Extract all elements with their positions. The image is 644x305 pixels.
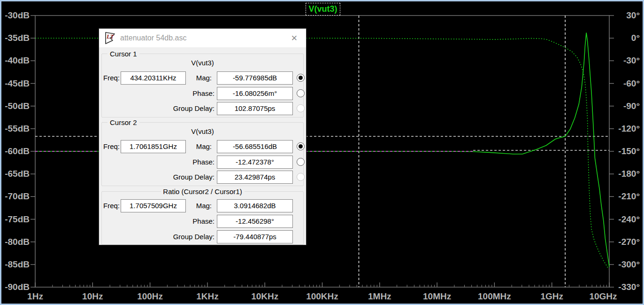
right-axis-label: -30° bbox=[623, 55, 640, 65]
left-axis-label: -80dB bbox=[5, 237, 30, 247]
x-axis-label: 100MHz bbox=[478, 291, 511, 301]
right-axis-label: -180° bbox=[618, 169, 640, 179]
x-axis-label: 10Hz bbox=[82, 291, 103, 301]
x-axis-label: 100Hz bbox=[137, 291, 163, 301]
dialog-titlebar[interactable]: LT attenuator 54db.asc ✕ bbox=[99, 29, 306, 48]
freq-label: Freq: bbox=[103, 199, 120, 212]
cursor2-group: Cursor 2 V(vut3) Freq: 1.7061851GHz Mag:… bbox=[101, 122, 304, 186]
cursor1-group-delay-field[interactable]: 102.87075ps bbox=[217, 102, 293, 115]
mag-label: Mag: bbox=[172, 140, 212, 153]
right-axis-label: -90° bbox=[623, 101, 640, 111]
x-axis-label: 10KHz bbox=[251, 291, 278, 301]
cursor-dialog: LT attenuator 54db.asc ✕ Cursor 1 V(vut3… bbox=[99, 28, 307, 245]
left-axis-label: -30dB bbox=[5, 10, 30, 20]
right-axis-label: -150° bbox=[618, 146, 640, 156]
x-axis-label: 1Hz bbox=[27, 291, 43, 301]
ratio-mag-field[interactable]: 3.0914682dB bbox=[217, 199, 293, 212]
left-axis-label: -50dB bbox=[5, 101, 30, 111]
left-axis-label: -75dB bbox=[5, 214, 30, 224]
mag-label: Mag: bbox=[172, 199, 212, 212]
close-icon[interactable]: ✕ bbox=[287, 32, 301, 44]
left-axis-label: -90dB bbox=[5, 282, 30, 292]
mag-label: Mag: bbox=[172, 71, 212, 85]
right-axis-label: 30° bbox=[626, 10, 640, 20]
svg-text:LT: LT bbox=[106, 33, 115, 40]
ratio-group: Ratio (Cursor2 / Cursor1) Freq: 1.705750… bbox=[101, 191, 304, 245]
cursor1-legend: Cursor 1 bbox=[107, 50, 139, 58]
ratio-group-delay-field[interactable]: -79.440877ps bbox=[217, 230, 293, 243]
right-axis-label: -60° bbox=[623, 78, 640, 88]
cursor2-mag-radio[interactable] bbox=[297, 142, 305, 150]
group-delay-label: Group Delay: bbox=[146, 230, 215, 243]
cursor2-signal: V(vut3) bbox=[102, 127, 303, 135]
ratio-phase-field[interactable]: -12.456298° bbox=[217, 215, 293, 228]
ltspice-logo-icon: LT bbox=[104, 31, 116, 45]
phase-label: Phase: bbox=[146, 156, 215, 169]
group-delay-label: Group Delay: bbox=[146, 171, 215, 184]
right-axis-label: -270° bbox=[618, 237, 640, 247]
cursor2-group-delay-radio[interactable] bbox=[297, 173, 305, 181]
x-axis-label: 10MHz bbox=[423, 291, 451, 301]
cursor2-legend: Cursor 2 bbox=[107, 118, 139, 126]
right-axis-label: -240° bbox=[618, 214, 640, 224]
cursor1-signal: V(vut3) bbox=[102, 59, 303, 67]
left-axis-label: -70dB bbox=[5, 191, 30, 201]
right-axis-label: 0° bbox=[631, 33, 640, 43]
cursor2-mag-field[interactable]: -56.685516dB bbox=[217, 140, 293, 153]
left-axis-label: -65dB bbox=[5, 169, 30, 179]
dialog-title: attenuator 54db.asc bbox=[120, 34, 287, 42]
x-axis-label: 1MHz bbox=[368, 291, 391, 301]
x-axis-label: 100KHz bbox=[306, 291, 338, 301]
x-axis-label: 1GHz bbox=[540, 291, 563, 301]
freq-label: Freq: bbox=[103, 140, 120, 153]
right-axis-label: -330° bbox=[618, 282, 640, 292]
left-axis-label: -45dB bbox=[5, 78, 30, 88]
cursor1-group-delay-radio[interactable] bbox=[297, 104, 305, 112]
left-axis-label: -40dB bbox=[5, 55, 30, 65]
phase-label: Phase: bbox=[146, 215, 215, 228]
cursor1-mag-radio[interactable] bbox=[297, 74, 305, 82]
group-delay-label: Group Delay: bbox=[146, 102, 215, 115]
right-axis-label: -210° bbox=[618, 191, 640, 201]
cursor1-phase-radio[interactable] bbox=[297, 89, 305, 97]
cursor2-group-delay-field[interactable]: 23.429874ps bbox=[217, 171, 293, 184]
phase-label: Phase: bbox=[146, 87, 215, 100]
waveform-plot[interactable]: -30dB-35dB-40dB-45dB-50dB-55dB-60dB-65dB… bbox=[1, 1, 644, 305]
plot-title[interactable]: V(vut3) bbox=[306, 3, 340, 16]
right-axis-label: -300° bbox=[618, 259, 640, 269]
ratio-legend: Ratio (Cursor2 / Cursor1) bbox=[161, 188, 244, 196]
left-axis-label: -35dB bbox=[5, 33, 30, 43]
cursor1-group: Cursor 1 V(vut3) Freq: 434.20311KHz Mag:… bbox=[101, 54, 304, 117]
left-axis-label: -60dB bbox=[5, 146, 30, 156]
right-axis-label: -120° bbox=[618, 124, 640, 133]
dialog-body: Cursor 1 V(vut3) Freq: 434.20311KHz Mag:… bbox=[99, 48, 306, 245]
left-axis-label: -55dB bbox=[5, 124, 30, 133]
cursor1-mag-field[interactable]: -59.776985dB bbox=[217, 71, 293, 85]
x-axis-label: 1KHz bbox=[196, 291, 219, 301]
cursor1-phase-field[interactable]: -16.080256m° bbox=[217, 87, 293, 100]
freq-label: Freq: bbox=[103, 71, 120, 85]
left-axis-label: -85dB bbox=[5, 259, 30, 269]
ltspice-window: { "plot": { "title": "V(vut3)" }, "dialo… bbox=[0, 0, 644, 305]
cursor2-phase-radio[interactable] bbox=[297, 158, 305, 166]
x-axis-label: 10GHz bbox=[589, 291, 617, 301]
cursor2-phase-field[interactable]: -12.472378° bbox=[217, 156, 293, 169]
